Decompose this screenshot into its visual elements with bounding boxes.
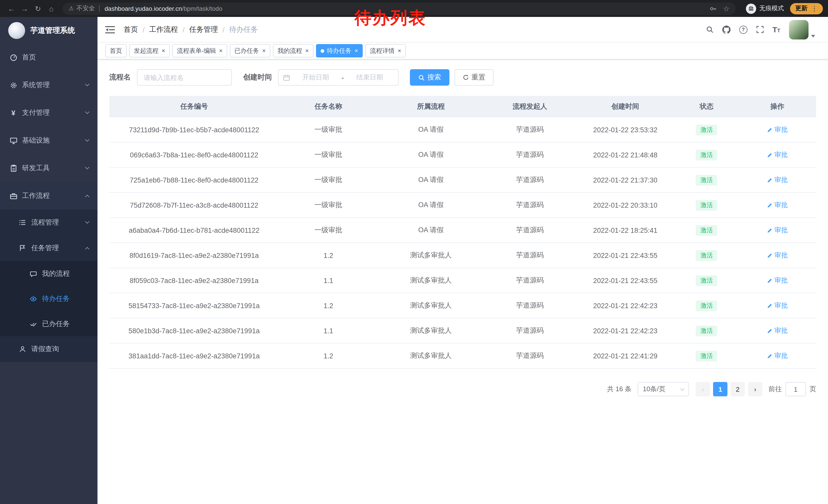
tab-process-detail[interactable]: 流程详情× [365, 44, 406, 57]
cell-process: OA 请假 [378, 175, 484, 185]
col-actions: 操作 [739, 102, 816, 111]
avatar-image [789, 20, 809, 39]
sidebar-item-task-management[interactable]: 任务管理 [0, 235, 97, 261]
help-icon[interactable]: ? [739, 26, 747, 34]
goto-page-input[interactable] [785, 382, 806, 396]
close-icon[interactable]: × [162, 48, 165, 54]
calendar-icon [283, 74, 290, 81]
table-row: 75d72608-7b7f-11ec-a3c8-acde48001122 一级审… [109, 193, 816, 218]
update-button[interactable]: 更新 ⋮ [790, 3, 823, 14]
sidebar-item-todo-tasks[interactable]: 待办任务 [0, 286, 97, 311]
cell-created: 2022-01-22 21:37:30 [576, 176, 675, 184]
tab-todo-tasks[interactable]: 待办任务× [316, 44, 363, 57]
active-dot-icon [321, 49, 324, 53]
col-task-id: 任务编号 [109, 102, 279, 111]
forward-icon[interactable]: → [18, 2, 31, 15]
status-badge: 激活 [696, 325, 717, 336]
cell-created: 2022-01-21 22:43:55 [576, 277, 675, 284]
breadcrumb-home[interactable]: 首页 [124, 25, 138, 34]
approve-button[interactable]: 审批 [767, 125, 788, 134]
security-label[interactable]: 不安全 [76, 4, 95, 13]
cell-process: 测试多审批人 [378, 276, 484, 285]
table-row: 725a1eb6-7b88-11ec-8ef0-acde48001122 一级审… [109, 168, 816, 193]
incognito-badge: 无痕模式 [746, 3, 784, 13]
status-badge: 激活 [696, 200, 717, 211]
approve-button[interactable]: 审批 [767, 200, 788, 210]
cell-process: OA 请假 [378, 150, 484, 159]
cell-task-name: 一级审批 [279, 175, 378, 185]
approve-button[interactable]: 审批 [767, 175, 788, 185]
approve-button[interactable]: 审批 [767, 276, 788, 285]
next-page-button[interactable]: › [748, 382, 762, 396]
close-icon[interactable]: × [398, 48, 401, 54]
approve-button[interactable]: 审批 [767, 351, 788, 360]
home-icon[interactable]: ⌂ [45, 2, 57, 15]
sidebar-item-leave-query[interactable]: 请假查询 [0, 336, 97, 362]
sidebar-item-system[interactable]: 系统管理 [0, 71, 97, 99]
close-icon[interactable]: × [305, 48, 309, 54]
sidebar-item-workflow[interactable]: 工作流程 [0, 182, 97, 210]
sidebar-logo[interactable]: 芋道管理系统 [0, 17, 97, 44]
close-icon[interactable]: × [262, 48, 266, 54]
tags-view-bar: 首页 发起流程× 流程表单-编辑× 已办任务× 我的流程× 待办任务× [97, 43, 828, 59]
tab-start-process[interactable]: 发起流程× [129, 44, 170, 57]
page-button-2[interactable]: 2 [731, 382, 745, 396]
process-name-input[interactable] [137, 69, 232, 86]
cell-task-id: 58154733-7ac8-11ec-a9e2-a2380e71991a [109, 302, 279, 310]
key-icon[interactable] [710, 5, 717, 12]
cell-initiator: 芋道源码 [484, 226, 576, 235]
status-badge: 激活 [696, 225, 717, 236]
prev-page-button[interactable]: ‹ [696, 382, 710, 396]
incognito-label: 无痕模式 [759, 4, 784, 13]
user-avatar[interactable] [789, 20, 815, 39]
cell-initiator: 芋道源码 [484, 251, 576, 260]
reset-button[interactable]: 重置 [455, 69, 494, 86]
main-panel: 首页 / 工作流程 / 任务管理 / 待办任务 ? [97, 17, 828, 504]
approve-button[interactable]: 审批 [767, 251, 788, 260]
kebab-menu-icon[interactable]: ⋮ [811, 5, 818, 12]
date-range-picker[interactable]: 开始日期 - 结束日期 [278, 69, 399, 86]
page-size-select[interactable]: 10条/页 [638, 382, 689, 396]
table-row: a6aba0a4-7b6d-11ec-b781-acde48001122 一级审… [109, 218, 816, 243]
cell-process: OA 请假 [378, 200, 484, 210]
double-check-icon [29, 320, 37, 328]
back-icon[interactable]: ← [5, 2, 17, 15]
breadcrumb-workflow[interactable]: 工作流程 [149, 25, 178, 34]
approve-button[interactable]: 审批 [767, 301, 788, 310]
sidebar-item-home[interactable]: 首页 [0, 44, 97, 71]
approve-button[interactable]: 审批 [767, 150, 788, 159]
table-row: 580e1b3d-7ac8-11ec-a9e2-a2380e71991a 1.1… [109, 318, 816, 343]
tab-process-form-edit[interactable]: 流程表单-编辑× [172, 44, 227, 57]
cell-created: 2022-01-22 21:48:48 [576, 151, 675, 159]
cell-process: 测试多审批人 [378, 351, 484, 360]
cell-process: OA 请假 [378, 226, 484, 235]
approve-button[interactable]: 审批 [767, 326, 788, 335]
search-icon[interactable] [706, 26, 713, 33]
tab-home[interactable]: 首页 [105, 44, 127, 57]
chevron-down-icon [85, 220, 89, 224]
refresh-icon[interactable]: ↻ [32, 2, 44, 15]
font-size-icon[interactable]: TT [772, 26, 780, 33]
bookmark-star-icon[interactable]: ☆ [723, 4, 730, 12]
sidebar-item-infrastructure[interactable]: 基础设施 [0, 127, 97, 154]
sidebar-collapse-icon[interactable] [105, 26, 115, 34]
create-time-label: 创建时间 [243, 73, 272, 82]
search-button[interactable]: 搜索 [410, 69, 449, 86]
sidebar-item-process-management[interactable]: 流程管理 [0, 210, 97, 235]
sidebar-item-devtools[interactable]: 研发工具 [0, 154, 97, 182]
github-icon[interactable] [722, 26, 730, 34]
approve-button[interactable]: 审批 [767, 226, 788, 235]
tab-done-tasks[interactable]: 已办任务× [230, 44, 271, 57]
sidebar-item-payment[interactable]: ¥ 支付管理 [0, 99, 97, 127]
cell-task-name: 1.1 [279, 277, 378, 284]
breadcrumb-task-management[interactable]: 任务管理 [189, 25, 218, 34]
sidebar-item-label: 请假查询 [31, 345, 59, 354]
sidebar-item-done-tasks[interactable]: 已办任务 [0, 311, 97, 336]
tab-my-processes[interactable]: 我的流程× [273, 44, 314, 57]
close-icon[interactable]: × [355, 48, 358, 54]
status-badge: 激活 [696, 300, 717, 311]
fullscreen-icon[interactable] [756, 26, 763, 33]
sidebar-item-my-processes[interactable]: 我的流程 [0, 261, 97, 286]
close-icon[interactable]: × [219, 48, 223, 54]
page-button-1[interactable]: 1 [713, 382, 728, 396]
